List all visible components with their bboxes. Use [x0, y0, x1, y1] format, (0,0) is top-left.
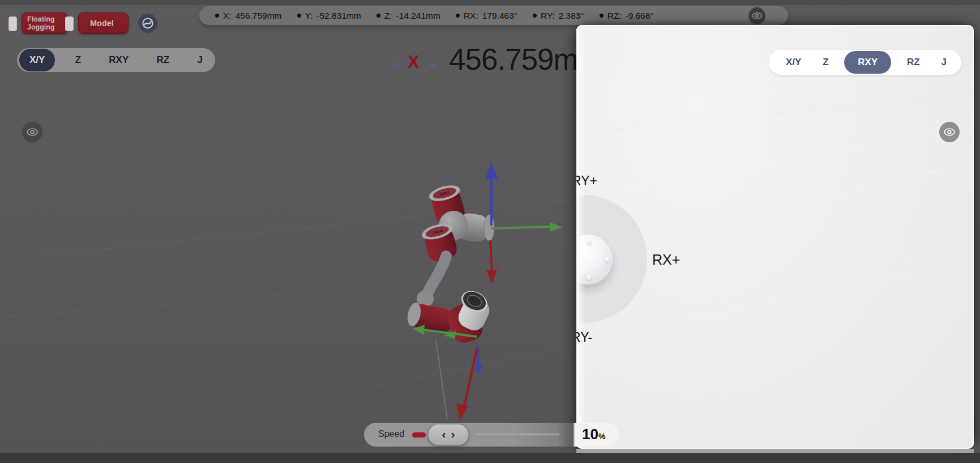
tab-xy[interactable]: X/Y: [19, 49, 55, 71]
coord-rz: RZ: -9.668°: [600, 11, 654, 21]
bullet-icon: [456, 14, 460, 18]
coordinate-bar: X: 456.759mm Y: -52.831mm Z: -14.241mm R…: [199, 6, 788, 25]
tab-z[interactable]: Z: [67, 54, 89, 66]
speed-label: Speed: [378, 429, 404, 439]
coord-y: Y: -52.831mm: [297, 11, 361, 21]
bottom-shade-strip: [0, 453, 980, 463]
tab-xy[interactable]: X/Y: [786, 57, 801, 68]
screw-dot: [605, 257, 610, 262]
tool-frame-axes: [485, 162, 563, 284]
toggle-knob: [8, 16, 17, 31]
jog-label-ry-plus[interactable]: RY+: [576, 173, 597, 189]
panel-edge-glow: [576, 25, 585, 449]
tab-rxy[interactable]: RXY: [844, 51, 891, 74]
view-eye-toggle-left[interactable]: [22, 122, 42, 142]
coord-rx: RX: 179.463°: [456, 11, 517, 21]
toggle-knob: [65, 16, 74, 31]
floating-jogging-label: Floating Jogging: [27, 15, 55, 32]
speed-slider-track[interactable]: [474, 434, 559, 435]
jog-label-rx-plus[interactable]: RX+: [652, 252, 680, 268]
screw-dot: [587, 275, 592, 280]
screw-dot: [587, 240, 592, 245]
top-shade-strip: [0, 0, 980, 5]
navigate-icon-button[interactable]: [138, 14, 157, 33]
tab-j[interactable]: J: [942, 57, 947, 68]
chevron-right-icon[interactable]: ›: [451, 427, 455, 441]
axis-prev-button[interactable]: [391, 61, 400, 69]
bullet-icon: [600, 14, 604, 18]
speed-progress-fill: [412, 432, 426, 437]
bullet-icon: [376, 14, 380, 18]
route-curve-icon: [142, 17, 154, 29]
speed-value: 10%: [582, 426, 605, 443]
eye-icon[interactable]: [748, 7, 765, 24]
tab-z[interactable]: Z: [823, 57, 828, 68]
bullet-icon: [297, 14, 301, 18]
tab-rxy[interactable]: RXY: [101, 54, 136, 66]
jog-tabs-left: X/Y Z RXY RZ J: [17, 48, 215, 72]
bullet-icon: [533, 14, 537, 18]
axis-next-button[interactable]: [429, 61, 437, 69]
chevron-left-icon[interactable]: ‹: [442, 427, 446, 441]
model-label: Model: [90, 19, 114, 28]
robot-3d-model: JAKA JAKA: [405, 182, 494, 346]
tab-rz[interactable]: RZ: [907, 57, 920, 68]
model-toggle[interactable]: Model: [78, 12, 129, 34]
floating-jogging-toggle[interactable]: Floating Jogging: [22, 12, 68, 34]
jog-label-ry-minus[interactable]: RY-: [576, 330, 592, 345]
view-eye-toggle-right[interactable]: [939, 122, 960, 142]
coord-z: Z: -14.241mm: [376, 11, 440, 21]
bullet-icon: [215, 14, 219, 18]
speed-slider-thumb[interactable]: ‹ ›: [428, 424, 469, 445]
speed-control: Speed ‹ › 10%: [364, 423, 619, 447]
jog-panel: RY+ RX+ RY- X/Y Z RXY RZ J: [576, 25, 974, 449]
coord-x: X: 456.759mm: [215, 11, 282, 21]
tab-j[interactable]: J: [190, 54, 211, 66]
active-axis-label: X: [408, 52, 420, 73]
tab-rz[interactable]: RZ: [149, 54, 178, 66]
app-window: JAKA JAKA: [0, 0, 980, 463]
coord-ry: RY: 2.383°: [533, 11, 584, 21]
panel-bottom-edge: [576, 449, 974, 453]
jog-tabs-panel: X/Y Z RXY RZ J: [769, 50, 961, 75]
